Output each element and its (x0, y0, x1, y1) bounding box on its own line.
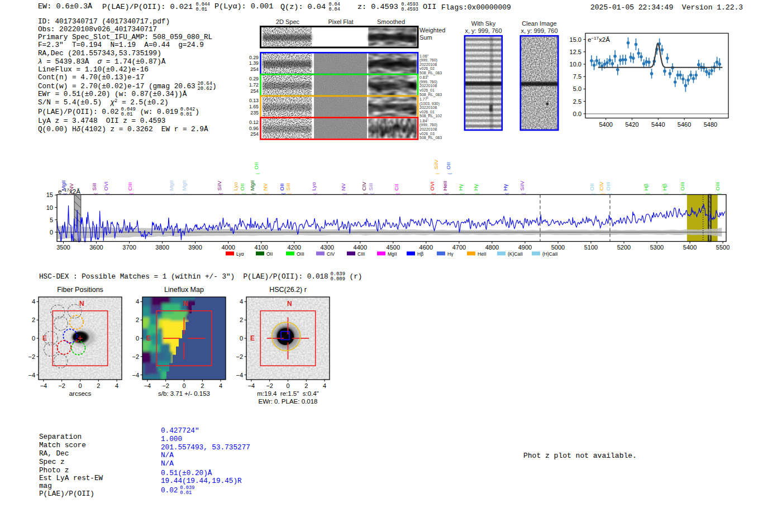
svg-text:OIII: OIII (605, 182, 611, 190)
svg-text:−2: −2 (162, 382, 169, 389)
svg-text:−4: −4 (28, 372, 35, 378)
svg-text:5460: 5460 (678, 121, 691, 128)
svg-text:0: 0 (78, 382, 82, 389)
svg-text:{: { (600, 193, 605, 194)
svg-text:Hγ: Hγ (457, 184, 464, 191)
svg-text:2: 2 (32, 317, 35, 323)
svg-text:5420: 5420 (625, 121, 638, 128)
svg-text:4900: 4900 (518, 244, 532, 251)
svg-text:OII: OII (445, 162, 451, 170)
svg-text:CII: CII (393, 184, 399, 190)
svg-text:5400: 5400 (599, 121, 612, 128)
svg-text:Hγ: Hγ (447, 251, 454, 257)
svg-text:5200: 5200 (617, 244, 631, 251)
svg-text:−4: −4 (132, 372, 139, 378)
svg-text:HeII: HeII (478, 251, 487, 257)
svg-text:7.5: 7.5 (573, 73, 581, 80)
svg-text:4600: 4600 (419, 244, 433, 251)
svg-text:4: 4 (323, 382, 326, 389)
svg-text:15.0: 15.0 (570, 36, 581, 43)
svg-text:0: 0 (32, 335, 35, 342)
svg-text:4: 4 (136, 298, 139, 305)
svg-text:E: E (146, 334, 151, 342)
svg-text:−4: −4 (40, 382, 47, 389)
svg-text:{: { (504, 193, 509, 194)
svg-text:CIV: CIV (598, 181, 604, 191)
svg-text:{: { (431, 193, 436, 194)
svg-text:2: 2 (136, 317, 139, 323)
svg-text:SiIV: SiIV (519, 180, 525, 190)
svg-text:{: { (447, 173, 452, 175)
svg-text:Hγ: Hγ (473, 184, 479, 191)
svg-text:2: 2 (304, 382, 308, 389)
svg-text:2: 2 (240, 317, 243, 323)
svg-text:0.0: 0.0 (573, 111, 581, 117)
svg-text:−2: −2 (58, 382, 65, 389)
svg-text:(H)CaII: (H)CaII (542, 251, 557, 257)
svg-text:0: 0 (182, 382, 185, 389)
svg-text:{: { (444, 193, 449, 194)
svg-text:5300: 5300 (650, 244, 664, 251)
svg-text:{: { (590, 193, 595, 194)
svg-text:−4: −4 (248, 382, 255, 389)
svg-text:5400: 5400 (683, 244, 697, 251)
svg-text:{: { (681, 193, 686, 194)
svg-text:OIII: OIII (679, 182, 685, 190)
svg-text:OII: OII (589, 184, 595, 191)
svg-text:e−17x2Å: e−17x2Å (588, 36, 610, 43)
svg-text:−4: −4 (236, 372, 243, 378)
svg-text:2: 2 (97, 382, 100, 389)
svg-text:−2: −2 (132, 353, 139, 360)
svg-text:E: E (250, 334, 255, 342)
svg-text:OIII: OIII (714, 182, 721, 190)
svg-text:4700: 4700 (452, 244, 466, 251)
svg-text:4: 4 (32, 298, 35, 305)
svg-text:4: 4 (219, 382, 222, 389)
svg-text:0: 0 (136, 335, 139, 342)
svg-text:{: { (716, 193, 721, 194)
svg-text:5000: 5000 (551, 244, 565, 251)
svg-text:−2: −2 (266, 382, 273, 389)
svg-text:−2: −2 (236, 353, 243, 360)
svg-text:{: { (474, 193, 479, 194)
svg-text:N: N (287, 300, 292, 308)
svg-text:{: { (607, 193, 612, 194)
svg-text:N: N (183, 300, 188, 308)
svg-text:SiIV: SiIV (433, 159, 439, 169)
svg-text:HeII: HeII (442, 181, 448, 191)
svg-text:12.5: 12.5 (570, 49, 581, 55)
svg-text:2: 2 (201, 382, 204, 389)
svg-text:Hβ: Hβ (643, 184, 649, 191)
svg-text:0: 0 (240, 335, 243, 342)
svg-text:10.0: 10.0 (570, 61, 581, 68)
svg-text:{: { (435, 173, 440, 175)
svg-text:−2: −2 (28, 353, 35, 360)
svg-text:4800: 4800 (485, 244, 499, 251)
svg-text:4: 4 (240, 298, 243, 305)
svg-text:5440: 5440 (651, 121, 665, 128)
svg-text:(K)CaII: (K)CaII (508, 251, 523, 257)
svg-text:5480: 5480 (704, 121, 717, 128)
svg-text:{: { (395, 193, 400, 194)
svg-text:Hβ: Hβ (661, 184, 667, 191)
svg-text:OVI: OVI (429, 181, 435, 191)
svg-text:{: { (645, 193, 650, 194)
svg-text:5500: 5500 (716, 244, 729, 251)
svg-text:5100: 5100 (584, 244, 598, 251)
svg-text:{: { (521, 193, 526, 194)
svg-text:4: 4 (115, 382, 118, 389)
svg-text:2.5: 2.5 (573, 98, 581, 105)
svg-text:0: 0 (286, 382, 289, 389)
svg-text:{: { (663, 193, 668, 194)
svg-text:{: { (459, 193, 464, 194)
svg-text:−4: −4 (144, 382, 151, 389)
svg-text:5.0: 5.0 (573, 85, 581, 92)
svg-text:Hγ: Hγ (502, 184, 508, 191)
svg-text:Hβ: Hβ (417, 251, 423, 257)
